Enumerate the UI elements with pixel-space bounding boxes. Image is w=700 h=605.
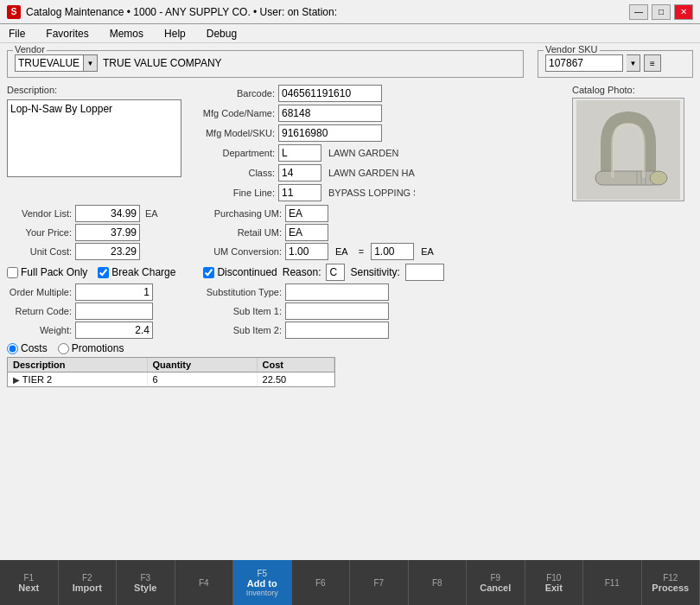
mfgcode-input[interactable] bbox=[278, 105, 382, 122]
prices-left: Vendor List: EA Your Price: Unit Cost: bbox=[7, 205, 188, 260]
menu-help[interactable]: Help bbox=[159, 26, 191, 41]
substitution-type-input[interactable] bbox=[285, 283, 389, 301]
promotions-radio-item: Promotions bbox=[58, 342, 124, 354]
full-pack-only-checkbox[interactable] bbox=[7, 267, 18, 278]
retail-um-row: Retail UM: bbox=[195, 224, 693, 241]
vendor-sku-label: Vendor SKU bbox=[544, 44, 600, 54]
fkey-num: F8 bbox=[432, 578, 442, 588]
description-area: Description: Lop-N-Saw By Lopper bbox=[7, 85, 181, 201]
vendor-name-label: TRUE VALUE COMPANY bbox=[103, 57, 222, 69]
break-charge-label: Break Charge bbox=[111, 266, 175, 278]
retail-um-input[interactable] bbox=[285, 224, 328, 241]
fkey-f9[interactable]: F9 Cancel bbox=[467, 560, 525, 605]
svg-point-5 bbox=[650, 171, 667, 185]
fkey-label: Process bbox=[652, 583, 689, 593]
break-charge-checkbox[interactable] bbox=[98, 267, 109, 278]
mfgmodel-label: Mfg Model/SKU: bbox=[188, 128, 275, 138]
fkey-f3[interactable]: F3 Style bbox=[117, 560, 175, 605]
fkey-sublabel: Inventory bbox=[246, 589, 278, 597]
weight-row: Weight: bbox=[7, 322, 188, 339]
class-code-input[interactable] bbox=[278, 164, 321, 182]
order-multiple-input[interactable] bbox=[75, 283, 153, 301]
um-equals: = bbox=[359, 246, 364, 257]
department-row: Department: LAWN GARDEN bbox=[188, 144, 565, 162]
fkey-f5[interactable]: F5 Add to Inventory bbox=[233, 560, 292, 605]
fkey-f2[interactable]: F2 Import bbox=[59, 560, 118, 605]
costs-label: Costs bbox=[21, 342, 48, 354]
vendor-sku-group: Vendor SKU ▼ ≡ bbox=[538, 50, 693, 78]
retail-um-label: Retail UM: bbox=[195, 227, 282, 238]
purchasing-um-input[interactable] bbox=[285, 205, 328, 222]
sub-item1-input[interactable] bbox=[285, 302, 389, 320]
barcode-input[interactable] bbox=[278, 85, 382, 102]
discontinued-checkbox[interactable] bbox=[203, 267, 214, 278]
costs-table: Description Quantity Cost ▶ TIER 2 6 22.… bbox=[8, 358, 334, 386]
um-conversion-input2[interactable] bbox=[371, 243, 414, 260]
maximize-button[interactable]: □ bbox=[652, 4, 671, 20]
mfgmodel-row: Mfg Model/SKU: bbox=[188, 124, 565, 142]
shackle-image bbox=[576, 100, 680, 200]
menu-file[interactable]: File bbox=[3, 26, 30, 41]
your-price-input[interactable] bbox=[75, 224, 140, 241]
menu-bar: File Favorites Memos Help Debug bbox=[0, 24, 700, 43]
fineline-code-input[interactable] bbox=[278, 184, 321, 201]
mfgcode-label: Mfg Code/Name: bbox=[188, 108, 275, 118]
close-button[interactable]: ✕ bbox=[674, 4, 693, 20]
return-code-input[interactable] bbox=[75, 302, 153, 320]
vendor-sku-input[interactable] bbox=[545, 54, 623, 72]
fkey-f1[interactable]: F1 Next bbox=[0, 560, 59, 605]
substitution-type-row: Substitution Type: bbox=[195, 283, 693, 301]
fkey-f12[interactable]: F12 Process bbox=[642, 560, 701, 605]
promotions-radio[interactable] bbox=[58, 343, 69, 354]
um-conversion-input1[interactable] bbox=[285, 243, 328, 260]
fkey-f8[interactable]: F8 bbox=[409, 560, 468, 605]
return-code-row: Return Code: bbox=[7, 302, 188, 320]
menu-favorites[interactable]: Favorites bbox=[41, 26, 93, 41]
fkey-f7[interactable]: F7 bbox=[350, 560, 409, 605]
promotions-label: Promotions bbox=[72, 342, 124, 354]
sku-list-btn[interactable]: ≡ bbox=[644, 54, 661, 72]
mfgcode-row: Mfg Code/Name: bbox=[188, 105, 565, 122]
sku-dropdown-btn[interactable]: ▼ bbox=[627, 54, 640, 72]
menu-debug[interactable]: Debug bbox=[201, 26, 242, 41]
minimize-button[interactable]: — bbox=[629, 4, 648, 20]
table-row[interactable]: ▶ TIER 2 6 22.50 bbox=[8, 373, 334, 387]
checkboxes-row: Full Pack Only Break Charge Discontinued… bbox=[7, 264, 693, 281]
row-description: ▶ TIER 2 bbox=[8, 373, 147, 387]
vendor-group: Vendor ▼ TRUE VALUE COMPANY bbox=[7, 50, 524, 78]
weight-input[interactable] bbox=[75, 322, 153, 339]
fineline-label: Fine Line: bbox=[188, 188, 275, 198]
break-charge-item: Break Charge bbox=[98, 266, 175, 278]
fkey-f10[interactable]: F10 Exit bbox=[525, 560, 584, 605]
reason-input[interactable] bbox=[326, 264, 345, 281]
menu-memos[interactable]: Memos bbox=[105, 26, 149, 41]
prices-section: Vendor List: EA Your Price: Unit Cost: P… bbox=[7, 205, 693, 260]
vendor-code-input[interactable] bbox=[15, 54, 84, 72]
description-textarea[interactable]: Lop-N-Saw By Lopper bbox=[7, 99, 181, 177]
fkey-f6[interactable]: F6 bbox=[292, 560, 351, 605]
description-label: Description: bbox=[7, 85, 181, 95]
unit-cost-label: Unit Cost: bbox=[7, 246, 72, 257]
mfgmodel-input[interactable] bbox=[278, 124, 382, 142]
vendor-list-row: Vendor List: EA bbox=[7, 205, 188, 222]
fkey-f11[interactable]: F11 bbox=[583, 560, 642, 605]
department-code-input[interactable] bbox=[278, 144, 321, 162]
center-fields: Barcode: Mfg Code/Name: Mfg Model/SKU: D… bbox=[188, 85, 565, 201]
discontinued-item: Discontinued bbox=[203, 266, 277, 278]
sensitivity-input[interactable] bbox=[405, 264, 444, 281]
class-label: Class: bbox=[188, 168, 275, 178]
vendor-list-input[interactable] bbox=[75, 205, 140, 222]
vendor-dropdown-btn[interactable]: ▼ bbox=[84, 54, 98, 72]
fineline-name-label: BYPASS LOPPING SH... bbox=[328, 188, 415, 198]
costs-radio[interactable] bbox=[7, 343, 18, 354]
tabs-row: Costs Promotions bbox=[7, 342, 693, 354]
unit-cost-input[interactable] bbox=[75, 243, 140, 260]
order-right: Substitution Type: Sub Item 1: Sub Item … bbox=[195, 283, 693, 339]
substitution-type-label: Substitution Type: bbox=[195, 287, 282, 297]
fkey-num: F1 bbox=[23, 573, 34, 583]
vendor-select-box: ▼ bbox=[15, 54, 98, 72]
fkey-f4[interactable]: F4 bbox=[175, 560, 234, 605]
order-fields-section: Order Multiple: Return Code: Weight: Sub… bbox=[7, 283, 693, 339]
col-cost: Cost bbox=[257, 358, 334, 373]
sub-item2-input[interactable] bbox=[285, 322, 389, 339]
